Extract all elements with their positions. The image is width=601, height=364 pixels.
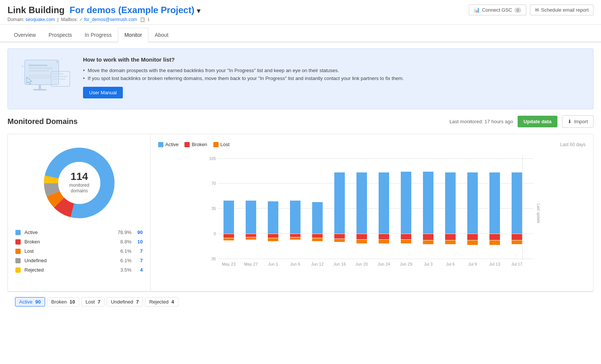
- filter-tab-active[interactable]: Active 90: [15, 297, 45, 307]
- bar-lost-6: [356, 240, 367, 243]
- legend-count-broken[interactable]: 10: [135, 239, 143, 245]
- legend-label-broken: Broken: [24, 239, 113, 245]
- svg-rect-10: [52, 76, 67, 77]
- legend-count-active[interactable]: 90: [135, 230, 143, 235]
- tab-about[interactable]: About: [148, 28, 175, 42]
- connect-gsc-button[interactable]: 📊 Connect GSC 0: [469, 5, 526, 15]
- bar-broken-11: [467, 234, 478, 240]
- legend-color-rejected: [15, 267, 21, 273]
- email-icon: ✉: [535, 7, 539, 13]
- bar-lost-3: [290, 237, 300, 240]
- bar-legend-label-broken: Broken: [192, 142, 207, 147]
- tab-prospects[interactable]: Prospects: [42, 28, 78, 42]
- svg-rect-5: [29, 74, 51, 79]
- update-data-button[interactable]: Update data: [518, 116, 557, 127]
- x-label-9: Jul 3: [424, 262, 432, 266]
- bar-active-7: [379, 172, 389, 234]
- bar-lost-0: [223, 238, 234, 240]
- tab-overview[interactable]: Overview: [8, 28, 42, 42]
- svg-rect-3: [29, 68, 53, 69]
- last-monitored-text: Last monitored: 17 hours ago: [450, 119, 513, 124]
- filter-tab-broken-count: 10: [69, 299, 75, 305]
- x-label-2: Jun 1: [268, 262, 278, 266]
- section-title: Monitored Domains: [8, 117, 78, 126]
- legend-count-lost[interactable]: 7: [135, 248, 143, 254]
- bar-active-12: [489, 172, 500, 234]
- filter-tab-rejected[interactable]: Rejected 4: [145, 297, 178, 307]
- bar-legend-active[interactable]: Active: [158, 142, 178, 147]
- legend-label-rejected: Rejected: [24, 267, 113, 273]
- bar-active-13: [512, 172, 522, 234]
- y-label-70: 70: [211, 181, 216, 186]
- filter-tab-active-count: 90: [35, 299, 41, 305]
- bar-legend-broken[interactable]: Broken: [184, 142, 207, 147]
- filter-tab-undefined-count: 7: [136, 299, 139, 305]
- filter-tab-rejected-label: Rejected: [149, 299, 168, 305]
- bar-legend-lost[interactable]: Lost: [213, 142, 230, 147]
- dropdown-icon[interactable]: ▾: [197, 7, 200, 15]
- filter-tab-undefined-label: Undefined: [111, 299, 133, 305]
- tab-monitor[interactable]: Monitor: [118, 28, 148, 42]
- bar-broken-13: [512, 234, 522, 240]
- bar-lost-2: [268, 238, 278, 241]
- bar-broken-4: [312, 234, 323, 238]
- legend-pct-rejected: 3.5%: [113, 267, 131, 273]
- tab-in-progress[interactable]: In Progress: [79, 28, 118, 42]
- mailbox-email[interactable]: for_demos@semrush.com: [84, 17, 137, 22]
- import-button[interactable]: ⬇ Import: [562, 115, 593, 128]
- bar-legend-checkbox-lost: [213, 142, 219, 147]
- x-label-6: Jun 20: [355, 262, 368, 266]
- svg-rect-9: [52, 73, 63, 74]
- navigation-tabs: Overview Prospects In Progress Monitor A…: [0, 28, 601, 42]
- bar-broken-1: [246, 234, 256, 237]
- mailbox-info-icon[interactable]: ℹ: [148, 17, 149, 22]
- header-actions: 📊 Connect GSC 0 ✉ Schedule email report: [469, 5, 593, 15]
- mailbox-copy-icon[interactable]: 📋: [140, 17, 145, 22]
- schedule-email-button[interactable]: ✉ Schedule email report: [530, 5, 593, 15]
- bar-active-5: [334, 172, 345, 234]
- bar-legend-checkbox-active: [158, 142, 163, 147]
- mailbox-check-icon: ✓: [79, 17, 83, 22]
- section-actions: Last monitored: 17 hours ago Update data…: [450, 115, 593, 128]
- legend-label-undefined: Undefined: [24, 258, 113, 263]
- bar-active-1: [246, 201, 256, 234]
- bar-chart-legend: Active Broken Lost Last 60 days: [158, 142, 586, 147]
- domain-label: Domain:: [8, 17, 24, 22]
- legend-count-undefined[interactable]: 7: [135, 258, 143, 263]
- svg-text:✦: ✦: [55, 59, 59, 65]
- page-title: Link Building For demos (Example Project…: [8, 5, 200, 15]
- legend-color-broken: [15, 239, 21, 245]
- legend-count-rejected[interactable]: 4: [135, 267, 143, 273]
- bar-broken-0: [223, 234, 234, 238]
- bar-broken-8: [401, 234, 411, 239]
- filter-tab-lost[interactable]: Lost 7: [82, 297, 104, 307]
- x-label-7: Jun 24: [378, 262, 390, 266]
- bar-active-11: [467, 172, 478, 234]
- x-label-11: Jul 9: [468, 262, 477, 266]
- svg-rect-7: [33, 89, 47, 91]
- bar-active-3: [290, 201, 300, 234]
- bar-broken-5: [334, 234, 345, 239]
- bar-lost-5: [334, 239, 345, 242]
- donut-chart-svg: 114 monitored domains: [42, 145, 117, 221]
- legend-label-lost: Lost: [24, 248, 113, 254]
- bar-broken-7: [379, 234, 389, 239]
- bar-lost-12: [489, 240, 500, 245]
- donut-center-label2: domains: [71, 188, 88, 193]
- bar-chart-svg: 105 70 35 0 35 Last update: [158, 151, 586, 271]
- filter-tab-broken[interactable]: Broken 10: [47, 297, 79, 307]
- bar-lost-11: [467, 240, 478, 245]
- legend-color-lost: [15, 249, 21, 254]
- header-top: Link Building For demos (Example Project…: [8, 5, 593, 15]
- bar-active-10: [445, 172, 456, 234]
- bar-chart-panel: Active Broken Lost Last 60 days: [151, 134, 593, 291]
- domain-link[interactable]: seoquake.com: [26, 17, 55, 22]
- y-label-0: 0: [214, 231, 216, 236]
- filter-tab-lost-count: 7: [98, 299, 100, 305]
- filter-tab-undefined[interactable]: Undefined 7: [107, 297, 143, 307]
- chart-container: 114 monitored domains Active 78.9% 90 Br…: [8, 134, 593, 292]
- bar-active-9: [423, 172, 433, 234]
- banner-content: How to work with the Monitor list? Move …: [83, 56, 404, 101]
- user-manual-button[interactable]: User Manual: [83, 87, 123, 98]
- svg-text:✦: ✦: [60, 57, 63, 61]
